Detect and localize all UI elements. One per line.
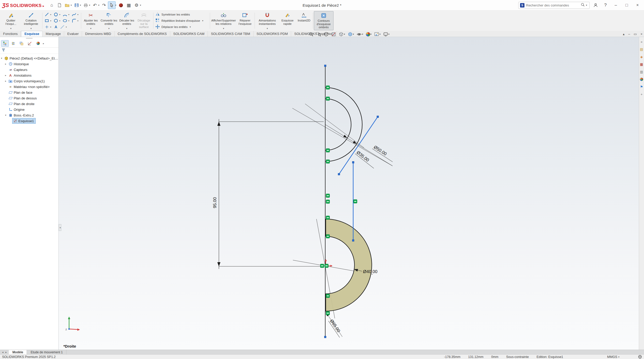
spline-tool-button[interactable] xyxy=(71,12,77,18)
rectangle-tool-button[interactable] xyxy=(44,18,50,24)
chevron-down-icon[interactable]: ▾ xyxy=(115,4,116,6)
tab-scroll-left-icon[interactable]: ◂ xyxy=(2,351,3,354)
tab-dimxpert-manager[interactable] xyxy=(26,40,34,47)
chevron-down-icon[interactable]: ▾ xyxy=(68,13,71,16)
constraint-marker[interactable] xyxy=(326,149,330,152)
add-panel-icon[interactable]: + xyxy=(639,92,644,97)
chevron-down-icon[interactable]: ▾ xyxy=(66,26,68,28)
constraint-marker[interactable] xyxy=(326,216,330,219)
polygon-tool-button[interactable] xyxy=(53,18,59,24)
expand-arrow-icon[interactable]: ▸ xyxy=(4,80,7,82)
display-style-icon[interactable]: ▾ xyxy=(347,31,355,37)
tab-evaluer[interactable]: Evaluer xyxy=(64,31,82,37)
linear-pattern-button[interactable]: Répétition linéaire d'esquisse ▾ xyxy=(155,18,208,24)
redo-icon[interactable]: ↷ xyxy=(100,1,108,9)
construction-line-tool-button[interactable] xyxy=(59,24,65,30)
tab-complements[interactable]: Compléments de SOLIDWORKS xyxy=(115,31,170,37)
open-document-icon[interactable] xyxy=(63,1,71,9)
shaded-annulus-region[interactable] xyxy=(326,219,372,311)
command-search-input[interactable] xyxy=(526,3,579,7)
convert-entities-button[interactable]: Convertir les entités ▾ xyxy=(100,11,118,30)
view-settings-icon[interactable]: ▾ xyxy=(382,31,390,37)
chevron-down-icon[interactable]: ▾ xyxy=(126,27,128,30)
chevron-down-icon[interactable]: ▾ xyxy=(90,27,92,30)
chevron-down-icon[interactable]: ▾ xyxy=(388,33,390,35)
tab-scroll-right-icon[interactable]: ▸ xyxy=(5,351,7,354)
zoom-area-icon[interactable] xyxy=(315,31,322,37)
expand-arrow-icon[interactable]: ▸ xyxy=(4,74,7,77)
chevron-down-icon[interactable]: ▾ xyxy=(362,33,363,35)
tree-item-capteurs[interactable]: Capteurs xyxy=(0,67,58,72)
previous-view-icon[interactable] xyxy=(323,31,329,37)
tree-item-origine[interactable]: Origine xyxy=(0,107,58,112)
tab-display-manager[interactable] xyxy=(34,40,42,47)
window-minimize-button[interactable]: – xyxy=(611,1,620,9)
inner-top-arc[interactable] xyxy=(325,99,351,150)
dim-d65-text[interactable]: Ø65.00 xyxy=(329,319,341,333)
chevron-down-icon[interactable]: ▾ xyxy=(50,20,53,22)
scenes-icon[interactable] xyxy=(639,77,644,82)
smart-dimension-button[interactable]: Cotation intelligente ▾ xyxy=(21,11,41,30)
constraint-marker[interactable] xyxy=(320,264,324,268)
constraint-marker[interactable] xyxy=(326,200,330,203)
tree-item-annotations[interactable]: ▸ A Annotations xyxy=(0,72,58,78)
line-endpoint[interactable] xyxy=(338,173,340,175)
graphics-area[interactable]: 95.00 Ø35.00 Ø50.00 Ø40.0 xyxy=(59,37,639,350)
repair-sketch-button[interactable]: Réparer l'esquisse xyxy=(236,11,254,30)
window-close-button[interactable]: × xyxy=(633,1,642,9)
expand-arrow-icon[interactable]: ▾ xyxy=(0,57,3,60)
tree-item-plan-de-dessus[interactable]: Plan de dessus xyxy=(0,95,58,101)
chevron-down-icon[interactable]: ▾ xyxy=(371,33,372,35)
trim-entities-button[interactable]: ✂ Ajuster les entités ▾ xyxy=(82,11,100,30)
move-entities-button[interactable]: Déplacer les entités ▾ xyxy=(155,24,208,30)
save-icon[interactable] xyxy=(73,1,80,9)
tab-cam-tbm[interactable]: SOLIDWORKS CAM TBM xyxy=(208,31,253,37)
model-tab[interactable]: Modèle xyxy=(9,350,27,354)
instant-snaps-button[interactable]: Aimantations instantanées ▾ xyxy=(256,11,279,30)
ribbon-collapse-icon[interactable]: ▴ xyxy=(623,32,625,36)
chevron-down-icon[interactable]: ▾ xyxy=(353,33,354,35)
filter-funnel-icon[interactable] xyxy=(2,48,5,53)
offset-entities-button[interactable]: Décaler les entités ▾ xyxy=(118,11,135,30)
display-grid-icon[interactable]: ▦ xyxy=(125,1,133,9)
constraint-marker[interactable] xyxy=(326,97,330,100)
search-scope-icon[interactable]: S xyxy=(520,3,524,8)
print-icon[interactable] xyxy=(82,1,90,9)
constraint-marker[interactable] xyxy=(325,264,328,268)
tree-item-historique[interactable]: ▸ Historique xyxy=(0,61,58,67)
arc-tool-button[interactable] xyxy=(62,12,68,18)
dimension-d50-d35[interactable]: Ø35.00 Ø50.00 xyxy=(325,124,395,168)
search-icon[interactable] xyxy=(581,3,585,8)
chevron-down-icon[interactable]: ▾ xyxy=(50,26,53,28)
expand-task-pane-icon[interactable]: « xyxy=(639,40,644,44)
tree-item-corps-volumiques[interactable]: ▸ Corps volumiques(1) xyxy=(0,78,58,84)
tab-feature-tree[interactable] xyxy=(1,40,9,47)
chevron-down-icon[interactable]: ▾ xyxy=(202,19,203,22)
chevron-down-icon[interactable]: ▾ xyxy=(140,4,141,6)
chevron-down-icon[interactable]: ▾ xyxy=(379,33,381,35)
tree-item-materiau[interactable]: ≡ Matériau <non spécifié> xyxy=(0,84,58,90)
apply-scene-icon[interactable]: ▾ xyxy=(373,31,381,37)
panel-splitter-arrow[interactable]: ◂ xyxy=(59,224,61,231)
custom-properties-icon[interactable]: ⚑ xyxy=(639,85,644,89)
panel-grip[interactable] xyxy=(0,37,58,39)
constraint-marker[interactable] xyxy=(326,86,330,89)
shaded-contours-button[interactable]: Contours d'esquisse ombrés xyxy=(314,11,334,30)
chevron-down-icon[interactable]: ▾ xyxy=(77,13,80,16)
tree-item-plan-de-droite[interactable]: Plan de droite xyxy=(0,101,58,107)
tab-dimensions-mbd[interactable]: Dimensions MBD xyxy=(82,31,114,37)
display-relations-button[interactable]: Afficher/Supprimer les relations ▾ xyxy=(211,11,236,30)
file-explorer-icon[interactable]: ▤ xyxy=(639,47,644,52)
home-icon[interactable]: ⌂ xyxy=(48,1,56,9)
hide-show-items-icon[interactable]: ▾ xyxy=(356,31,364,37)
line-endpoint[interactable] xyxy=(352,162,354,163)
chevron-down-icon[interactable]: ▾ xyxy=(190,26,191,28)
text-tool-button[interactable]: A xyxy=(53,24,59,30)
units-selector[interactable]: MMGS ▾ xyxy=(607,355,619,359)
line-endpoint[interactable] xyxy=(377,116,379,118)
circle-tool-button[interactable] xyxy=(53,12,59,18)
constraint-marker[interactable] xyxy=(326,311,330,315)
chevron-down-icon[interactable]: ▾ xyxy=(59,13,62,16)
constraint-marker[interactable] xyxy=(353,200,357,203)
tree-item-esquisse1[interactable]: Esquisse1 xyxy=(0,118,58,124)
